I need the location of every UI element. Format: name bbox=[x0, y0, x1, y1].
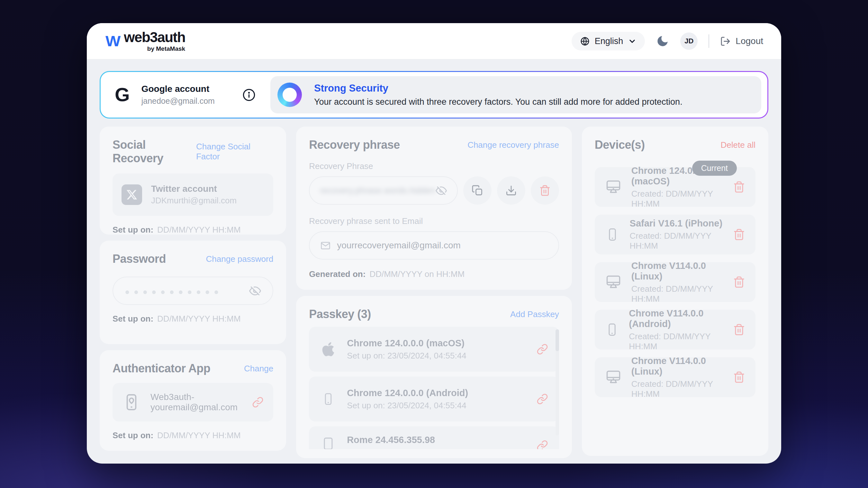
delete-all-link[interactable]: Delete all bbox=[721, 140, 755, 150]
passkey-setup-on: Set up on: 23/05/2024, 04:55:44 bbox=[347, 351, 466, 361]
eye-off-icon[interactable] bbox=[249, 285, 261, 297]
column-middle: Recovery phrase Change recovery phrase R… bbox=[296, 127, 572, 458]
link-icon[interactable] bbox=[536, 393, 548, 405]
social-factor-email: JDKmurthi@gmail.com bbox=[151, 196, 237, 206]
mail-icon bbox=[320, 240, 331, 251]
delete-phrase-button[interactable] bbox=[531, 176, 559, 205]
web3auth-logo-icon: W bbox=[105, 34, 119, 48]
link-icon[interactable] bbox=[536, 440, 548, 449]
trash-icon[interactable] bbox=[733, 228, 745, 240]
recovery-phrase-label: Recovery Phrase bbox=[309, 161, 559, 171]
logout-label: Logout bbox=[736, 36, 763, 46]
passkey-row: Chrome 124.0.0.0 (macOS) Set up on: 23/0… bbox=[309, 327, 559, 372]
tablet-icon bbox=[320, 436, 337, 449]
scrollbar-thumb[interactable] bbox=[556, 329, 559, 351]
logo-byline: by MetaMask bbox=[147, 45, 185, 52]
desktop-icon bbox=[605, 178, 622, 195]
passkey-name: Rome 24.456.355.98 bbox=[347, 435, 435, 445]
social-factor-row: Twitter account JDKmurthi@gmail.com bbox=[113, 173, 273, 216]
column-right: Device(s) Delete all Current Chrome 124.… bbox=[582, 127, 768, 458]
recovery-email-value: yourrecoveryemail@gmail.com bbox=[337, 240, 461, 251]
security-status-banner: G Google account janedoe@gmail.com Stron… bbox=[100, 71, 768, 119]
account-title: Google account bbox=[142, 84, 215, 94]
device-created-on: Created: DD/MM/YYY HH:MM bbox=[631, 189, 723, 209]
passkey-row: Rome 24.456.355.98 bbox=[309, 426, 559, 449]
security-status-description: Your account is secured with three recov… bbox=[314, 97, 682, 107]
logout-button[interactable]: Logout bbox=[720, 36, 763, 46]
device-name: Chrome V114.0.0 (Linux) bbox=[631, 261, 723, 282]
passkey-list: Chrome 124.0.0.0 (macOS) Set up on: 23/0… bbox=[309, 327, 559, 449]
link-icon[interactable] bbox=[536, 344, 548, 355]
device-name: Chrome V114.0.0 (Linux) bbox=[631, 356, 723, 377]
security-ring-icon bbox=[277, 83, 302, 107]
change-password-link[interactable]: Change password bbox=[206, 254, 274, 264]
passkey-name: Chrome 124.0.0.0 (macOS) bbox=[347, 338, 466, 349]
google-icon: G bbox=[115, 85, 130, 104]
authenticator-card: Authenticator App Change Web3auth-yourem… bbox=[100, 350, 286, 451]
device-row: Chrome V114.0.0 (Linux) Created: DD/MM/Y… bbox=[595, 357, 755, 397]
recovery-phrase-card: Recovery phrase Change recovery phrase R… bbox=[296, 127, 572, 290]
app-header: W web3auth by MetaMask English bbox=[87, 23, 781, 59]
password-title: Password bbox=[113, 252, 166, 266]
passkey-name: Chrome 124.0.0.0 (Android) bbox=[347, 388, 468, 398]
security-status-title: Strong Security bbox=[314, 83, 682, 94]
phone-icon bbox=[605, 227, 620, 242]
phone-icon bbox=[320, 391, 337, 407]
device-created-on: Created: DD/MM/YYY HH:MM bbox=[629, 331, 723, 352]
authenticator-title: Authenticator App bbox=[113, 362, 210, 375]
info-icon[interactable] bbox=[242, 88, 255, 101]
download-button[interactable] bbox=[497, 176, 525, 205]
header-divider bbox=[709, 34, 709, 48]
passkey-setup-on: Set up on: 23/05/2024, 04:55:44 bbox=[347, 401, 468, 411]
change-authenticator-link[interactable]: Change bbox=[244, 364, 273, 373]
trash-icon[interactable] bbox=[733, 181, 745, 193]
header-controls: English JD Logout bbox=[571, 32, 763, 51]
trash-icon[interactable] bbox=[733, 276, 745, 288]
passkey-title: Passkey (3) bbox=[309, 307, 371, 321]
chevron-down-icon bbox=[628, 37, 637, 45]
password-setup-on: Set up on:DD/MM/YYYY HH:MM bbox=[113, 314, 273, 324]
apple-icon bbox=[320, 341, 337, 357]
change-social-factor-link[interactable]: Change Social Factor bbox=[196, 142, 273, 162]
social-factor-name: Twitter account bbox=[151, 184, 237, 194]
moon-icon[interactable] bbox=[656, 34, 669, 48]
copy-button[interactable] bbox=[463, 176, 492, 205]
password-card: Password Change password ●●●●●●●●●●● Set… bbox=[100, 240, 286, 344]
trash-icon[interactable] bbox=[733, 324, 745, 336]
phone-icon bbox=[605, 322, 619, 337]
copy-icon bbox=[472, 185, 483, 196]
eye-off-icon[interactable] bbox=[436, 185, 447, 196]
account-email: janedoe@gmail.com bbox=[142, 96, 215, 106]
trash-icon[interactable] bbox=[733, 371, 745, 383]
device-row: Chrome V114.0.0 (Android) Created: DD/MM… bbox=[595, 310, 755, 350]
generated-on: Generated on:DD/MM/YYYY on HH:MM bbox=[309, 269, 559, 279]
device-row: Chrome V114.0.0 (Linux) Created: DD/MM/Y… bbox=[595, 262, 755, 302]
device-row: Safari V16.1 (iPhone) Created: DD/MM/YYY… bbox=[595, 215, 755, 255]
web3auth-logo: W web3auth by MetaMask bbox=[105, 30, 185, 52]
user-avatar[interactable]: JD bbox=[680, 32, 698, 50]
language-selector[interactable]: English bbox=[571, 32, 645, 51]
password-field[interactable]: ●●●●●●●●●●● bbox=[113, 276, 273, 305]
unlink-icon[interactable] bbox=[252, 396, 264, 408]
device-created-on: Created: DD/MM/YYY HH:MM bbox=[630, 231, 723, 251]
main-content: G Google account janedoe@gmail.com Stron… bbox=[87, 59, 781, 458]
devices-title: Device(s) bbox=[595, 138, 645, 152]
change-recovery-phrase-link[interactable]: Change recovery phrase bbox=[467, 140, 559, 150]
device-created-on: Created: DD/MM/YYY HH:MM bbox=[631, 284, 723, 304]
password-masked-value: ●●●●●●●●●●● bbox=[125, 285, 223, 297]
add-passkey-link[interactable]: Add Passkey bbox=[510, 310, 559, 319]
social-recovery-title: Social Recovery bbox=[113, 138, 196, 165]
device-created-on: Created: DD/MM/YYY HH:MM bbox=[631, 379, 723, 399]
language-label: English bbox=[595, 36, 623, 46]
recovery-email-field[interactable]: yourrecoveryemail@gmail.com bbox=[309, 231, 559, 260]
passkey-row: Chrome 124.0.0.0 (Android) Set up on: 23… bbox=[309, 377, 559, 422]
recovery-phrase-field[interactable]: recovery.phrase.words.hidden bbox=[309, 176, 458, 205]
device-list: Current Chrome 124.0.0.0 (macOS) Created… bbox=[595, 167, 755, 397]
devices-card: Device(s) Delete all Current Chrome 124.… bbox=[582, 127, 768, 456]
authenticator-row: Web3auth-youremail@gmal.com bbox=[113, 383, 273, 422]
trash-icon bbox=[539, 185, 551, 196]
current-device-badge: Current bbox=[692, 161, 737, 176]
passkey-card: Passkey (3) Add Passkey Chrome 124.0.0.0… bbox=[296, 296, 572, 458]
social-setup-on: Set up on:DD/MM/YYYY HH:MM bbox=[113, 225, 273, 235]
column-left: Social Recovery Change Social Factor Twi… bbox=[100, 127, 286, 458]
